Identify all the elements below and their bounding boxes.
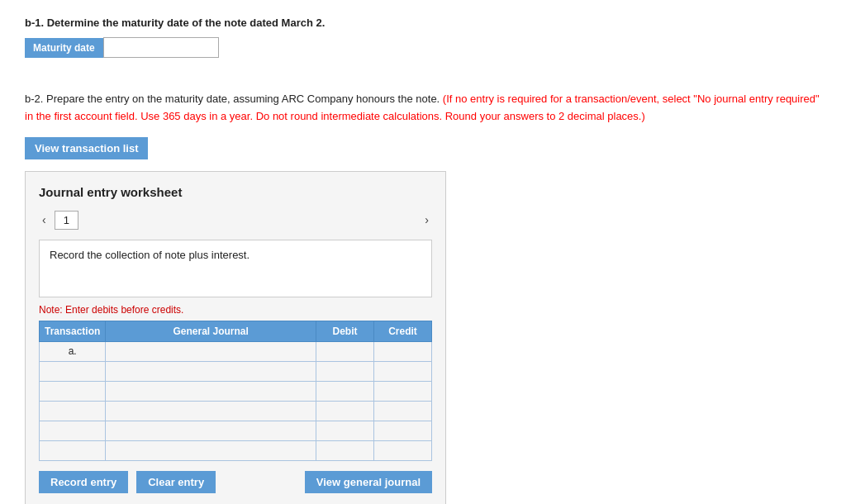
general-journal-input[interactable]	[106, 441, 316, 460]
table-row: a.	[40, 341, 432, 361]
next-page-button[interactable]: ›	[421, 212, 432, 228]
credit-input[interactable]	[374, 342, 431, 361]
maturity-label: Maturity date	[25, 38, 103, 58]
credit-input[interactable]	[374, 362, 431, 381]
general-journal-cell[interactable]	[106, 341, 316, 361]
general-journal-input[interactable]	[106, 402, 316, 421]
table-row	[40, 440, 432, 460]
general-journal-cell[interactable]	[106, 421, 316, 440]
debit-cell[interactable]	[316, 440, 374, 460]
b1-title: b-1. Determine the maturity date of the …	[25, 17, 821, 29]
button-row: Record entry Clear entry View general jo…	[39, 471, 432, 493]
debit-input[interactable]	[316, 382, 373, 401]
general-journal-input[interactable]	[106, 421, 316, 440]
transaction-cell	[40, 361, 106, 381]
transaction-cell	[40, 381, 106, 401]
general-journal-cell[interactable]	[106, 440, 316, 460]
general-journal-cell[interactable]	[106, 381, 316, 401]
general-journal-input[interactable]	[106, 342, 316, 361]
transaction-cell	[40, 440, 106, 460]
general-journal-input[interactable]	[106, 362, 316, 381]
debit-cell[interactable]	[316, 381, 374, 401]
nav-row: ‹ 1 ›	[39, 211, 432, 230]
b2-instruction: b-2. Prepare the entry on the maturity d…	[25, 91, 821, 126]
th-debit: Debit	[316, 321, 374, 341]
debit-input[interactable]	[316, 342, 373, 361]
credit-input[interactable]	[374, 421, 431, 440]
debit-cell[interactable]	[316, 401, 374, 421]
debit-cell[interactable]	[316, 361, 374, 381]
credit-cell[interactable]	[374, 341, 432, 361]
th-general-journal: General Journal	[106, 321, 316, 341]
general-journal-cell[interactable]	[106, 401, 316, 421]
view-general-journal-button[interactable]: View general journal	[305, 471, 432, 493]
page-number: 1	[55, 211, 78, 230]
nav-left: ‹ 1	[39, 211, 78, 230]
th-credit: Credit	[374, 321, 432, 341]
credit-input[interactable]	[374, 402, 431, 421]
th-transaction: Transaction	[40, 321, 106, 341]
table-row	[40, 421, 432, 440]
note-hint: Note: Enter debits before credits.	[39, 304, 432, 316]
record-entry-button[interactable]: Record entry	[39, 471, 128, 493]
debit-cell[interactable]	[316, 421, 374, 440]
credit-input[interactable]	[374, 382, 431, 401]
credit-cell[interactable]	[374, 381, 432, 401]
clear-entry-button[interactable]: Clear entry	[136, 471, 216, 493]
credit-input[interactable]	[374, 441, 431, 460]
worksheet-title: Journal entry worksheet	[39, 185, 432, 199]
b2-title: b-2. Prepare the entry on the maturity d…	[25, 93, 440, 105]
note-box: Record the collection of note plus inter…	[39, 240, 432, 297]
credit-cell[interactable]	[374, 401, 432, 421]
general-journal-cell[interactable]	[106, 361, 316, 381]
transaction-cell: a.	[40, 341, 106, 361]
transaction-cell	[40, 421, 106, 440]
journal-table: Transaction General Journal Debit Credit…	[39, 321, 432, 461]
button-row-left: Record entry Clear entry	[39, 471, 216, 493]
debit-input[interactable]	[316, 421, 373, 440]
table-row	[40, 361, 432, 381]
table-row	[40, 401, 432, 421]
credit-cell[interactable]	[374, 361, 432, 381]
worksheet-container: Journal entry worksheet ‹ 1 › Record the…	[25, 171, 446, 504]
debit-cell[interactable]	[316, 341, 374, 361]
general-journal-input[interactable]	[106, 382, 316, 401]
prev-page-button[interactable]: ‹	[39, 212, 50, 228]
table-row	[40, 381, 432, 401]
debit-input[interactable]	[316, 441, 373, 460]
debit-input[interactable]	[316, 402, 373, 421]
note-text: Record the collection of note plus inter…	[50, 249, 250, 261]
maturity-input[interactable]	[103, 37, 219, 58]
maturity-row: Maturity date	[25, 37, 821, 58]
transaction-cell	[40, 401, 106, 421]
credit-cell[interactable]	[374, 421, 432, 440]
credit-cell[interactable]	[374, 440, 432, 460]
debit-input[interactable]	[316, 362, 373, 381]
view-transaction-button[interactable]: View transaction list	[25, 137, 148, 159]
